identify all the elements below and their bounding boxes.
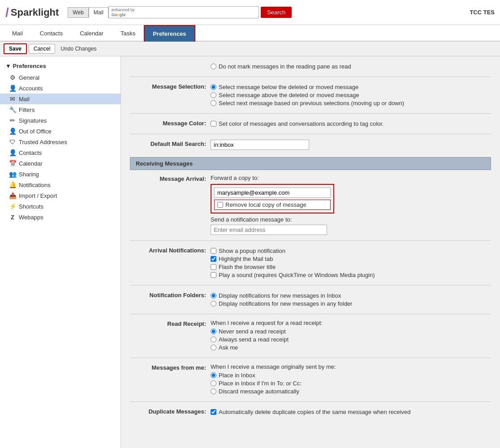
radio-do-not-mark-input[interactable] (211, 64, 216, 69)
messages-from-me-content: When I receive a message originally sent… (211, 363, 491, 396)
sidebar-item-filters[interactable]: 🔧 Filters (0, 104, 121, 115)
reading-pane-content: Do not mark messages in the reading pane… (211, 62, 491, 71)
header: / Sparklight Web Mail enhanced by Google… (0, 0, 500, 25)
radio-place-inbox-input[interactable] (211, 372, 216, 378)
radio-do-not-mark: Do not mark messages in the reading pane… (211, 63, 491, 70)
undo-changes-link[interactable]: Undo Changes (60, 46, 96, 52)
sidebar-title: ▼ Preferences (0, 60, 121, 72)
messages-from-me-label: Messages from me: (130, 363, 211, 371)
tab-tasks[interactable]: Tasks (112, 25, 144, 42)
sidebar-item-webapps[interactable]: Z Webapps (0, 212, 121, 222)
check-auto-delete-dupe-input[interactable] (211, 409, 216, 415)
radio-never-read-receipt-input[interactable] (211, 329, 216, 334)
tab-calendar[interactable]: Calendar (71, 25, 112, 42)
check-auto-delete-dupe: Automatically delete duplicate copies of… (211, 409, 491, 415)
sidebar-item-mail[interactable]: ✉ Mail (0, 94, 121, 104)
check-popup-input[interactable] (211, 248, 216, 254)
radio-above-input[interactable] (211, 92, 216, 98)
radio-discard-input[interactable] (211, 388, 216, 394)
arrival-notifications-content: Show a popup notification Highlight the … (211, 246, 491, 280)
divider7 (130, 358, 491, 358)
tab-mail[interactable]: Mail (4, 25, 31, 42)
check-flash-title-input[interactable] (211, 264, 216, 270)
notification-email-input[interactable] (211, 225, 327, 235)
notification-folders-label: Notification Folders: (130, 291, 211, 299)
save-button[interactable]: Save (4, 43, 27, 54)
reading-pane-row: Do not mark messages in the reading pane… (130, 62, 491, 71)
radio-below-input[interactable] (211, 84, 216, 90)
radio-any-folder-label: Display notifications for new messages i… (219, 300, 352, 307)
sidebar-item-general[interactable]: ⚙ General (0, 72, 121, 83)
tab-preferences[interactable]: Preferences (144, 25, 195, 42)
radio-always-read-receipt-input[interactable] (211, 337, 216, 342)
read-receipt-content: When I receive a request for a read rece… (211, 320, 491, 352)
divider5 (130, 285, 491, 286)
sidebar-item-sharing[interactable]: 👥 Sharing (0, 169, 121, 179)
sidebar-item-out-of-office[interactable]: 👤 Out of Office (0, 126, 121, 137)
check-highlight-mail-input[interactable] (211, 256, 216, 262)
forward-email-input[interactable] (214, 188, 331, 198)
sidebar-item-trusted-addresses[interactable]: 🛡 Trusted Addresses (0, 137, 121, 147)
arrival-notifications-label: Arrival Notifications: (130, 246, 211, 254)
radio-discard-label: Discard message automatically (219, 388, 299, 395)
sidebar-item-contacts[interactable]: 👤 Contacts (0, 147, 121, 158)
messages-from-me-row: Messages from me: When I receive a messa… (130, 363, 491, 396)
search-button[interactable]: Search (261, 7, 292, 18)
sidebar-item-shortcuts[interactable]: ⚡ Shortcuts (0, 201, 121, 212)
sidebar-label-import-export: Import / Export (19, 192, 57, 199)
default-search-input[interactable] (211, 140, 309, 150)
sidebar-item-import-export[interactable]: 📤 Import / Export (0, 190, 121, 201)
sidebar-item-signatures[interactable]: ✏ Signatures (0, 115, 121, 126)
sidebar-label-filters: Filters (19, 107, 34, 113)
filter-icon: 🔧 (9, 106, 16, 113)
reading-pane-label (130, 62, 211, 63)
radio-any-folder: Display notifications for new messages i… (211, 300, 491, 307)
radio-ask-read-receipt-input[interactable] (211, 345, 216, 350)
default-search-content (211, 140, 491, 150)
radio-place-inbox-if-in-to-cc-input[interactable] (211, 380, 216, 386)
duplicate-messages-content: Automatically delete duplicate copies of… (211, 407, 491, 417)
radio-never-read-receipt: Never send a read receipt (211, 328, 491, 335)
check-color-input[interactable] (211, 121, 216, 127)
content-inner: Do not mark messages in the reading pane… (121, 56, 500, 426)
sidebar-label-trusted-addresses: Trusted Addresses (19, 139, 67, 145)
duplicate-messages-row: Duplicate Messages: Automatically delete… (130, 407, 491, 417)
radio-inbox-only-input[interactable] (211, 293, 216, 299)
sidebar-item-calendar[interactable]: 📅 Calendar (0, 158, 121, 169)
google-g-blue: G (112, 13, 115, 17)
check-highlight-mail-label: Highlight the Mail tab (219, 256, 273, 262)
trusted-icon: 🛡 (9, 138, 16, 145)
radio-inbox-only: Display notifications for new messages i… (211, 292, 491, 299)
check-highlight-mail: Highlight the Mail tab (211, 256, 491, 262)
search-input[interactable] (137, 9, 256, 16)
radio-do-not-mark-label: Do not mark messages in the reading pane… (219, 63, 351, 70)
radio-next-input[interactable] (211, 100, 216, 106)
gear-icon: ⚙ (9, 74, 16, 81)
message-arrival-label: Message Arrival: (130, 175, 211, 182)
sidebar-label-sharing: Sharing (19, 171, 39, 178)
check-play-sound-input[interactable] (211, 272, 216, 278)
radio-below-label: Select message below the deleted or move… (219, 84, 358, 90)
search-tab-web[interactable]: Web (68, 7, 88, 18)
remove-local-label: Remove local copy of message (225, 201, 306, 208)
check-popup: Show a popup notification (211, 247, 491, 254)
contacts-icon: 👤 (9, 149, 16, 156)
radio-any-folder-input[interactable] (211, 301, 216, 307)
cancel-button[interactable]: Cancel (29, 44, 55, 54)
check-popup-label: Show a popup notification (219, 247, 285, 254)
radio-inbox-only-label: Display notifications for new messages i… (219, 292, 341, 299)
notifications-icon: 🔔 (9, 181, 16, 188)
search-tab-mail[interactable]: Mail (89, 7, 108, 18)
read-receipt-intro: When I receive a request for a read rece… (211, 320, 491, 326)
remove-local-checkbox[interactable] (217, 202, 223, 208)
sidebar-item-accounts[interactable]: 👤 Accounts (0, 83, 121, 94)
sidebar-label-mail: Mail (19, 96, 30, 102)
calendar-icon: 📅 (9, 160, 16, 167)
sidebar-item-notifications[interactable]: 🔔 Notifications (0, 179, 121, 190)
sidebar-label-contacts: Contacts (19, 149, 42, 156)
message-arrival-row: Message Arrival: Forward a copy to: Remo… (130, 175, 491, 235)
radio-place-inbox-label: Place in Inbox (219, 372, 255, 379)
message-selection-label: Message Selection: (130, 82, 211, 90)
radio-ask-read-receipt-label: Ask me (219, 344, 238, 351)
tab-contacts[interactable]: Contacts (31, 25, 71, 42)
